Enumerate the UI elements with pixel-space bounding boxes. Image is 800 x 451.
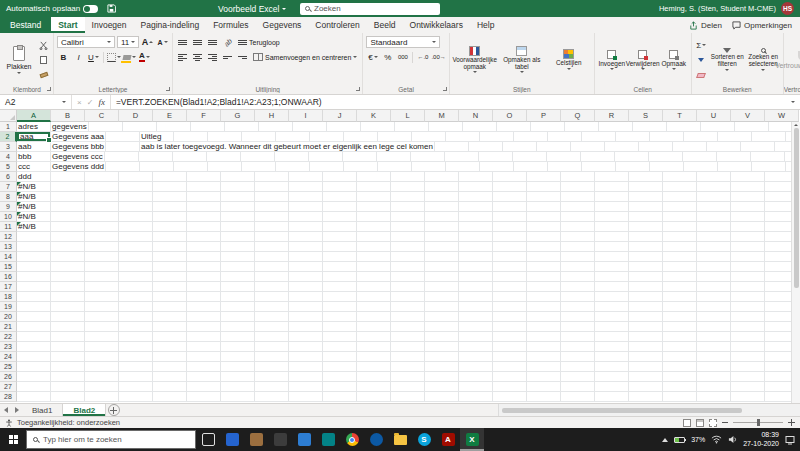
cell-m4[interactable]	[445, 152, 479, 162]
cell-l12[interactable]	[391, 232, 425, 242]
cell-i8[interactable]	[289, 192, 323, 202]
row-header-26[interactable]: 26	[0, 372, 17, 382]
cell-a19[interactable]	[17, 302, 51, 312]
cell-l1[interactable]	[395, 122, 429, 132]
cancel-button[interactable]: ×	[77, 98, 82, 107]
cell-h26[interactable]	[255, 372, 289, 382]
cell-t21[interactable]	[663, 322, 697, 332]
cell-a27[interactable]	[17, 382, 51, 392]
cell-i9[interactable]	[289, 202, 323, 212]
cell-b17[interactable]	[51, 282, 85, 292]
cell-b22[interactable]	[51, 332, 85, 342]
cell-b26[interactable]	[51, 372, 85, 382]
cell-l6[interactable]	[391, 172, 425, 182]
cell-k14[interactable]	[357, 252, 391, 262]
tab-bestand[interactable]: Bestand	[0, 17, 51, 33]
cell-r7[interactable]	[595, 182, 629, 192]
cell-f26[interactable]	[187, 372, 221, 382]
column-header-h[interactable]: H	[255, 110, 289, 122]
cell-u27[interactable]	[697, 382, 731, 392]
row-header-25[interactable]: 25	[0, 362, 17, 372]
horizontal-scrollbar-thumb[interactable]	[502, 408, 742, 413]
cell-m9[interactable]	[425, 202, 459, 212]
row-header-9[interactable]: 9	[0, 202, 17, 212]
cell-m10[interactable]	[425, 212, 459, 222]
cell-b8[interactable]	[51, 192, 85, 202]
cell-j19[interactable]	[323, 302, 357, 312]
cell-q18[interactable]	[561, 292, 595, 302]
cell-b6[interactable]	[51, 172, 85, 182]
cell-c7[interactable]	[85, 182, 119, 192]
zoom-out-button[interactable]	[722, 422, 728, 423]
cell-g2[interactable]	[242, 132, 276, 142]
cell-m19[interactable]	[425, 302, 459, 312]
cell-g20[interactable]	[221, 312, 255, 322]
cell-p11[interactable]	[527, 222, 561, 232]
cell-b2[interactable]: Gegevens aaa	[51, 132, 106, 142]
cell-e18[interactable]	[153, 292, 187, 302]
cell-r6[interactable]	[595, 172, 629, 182]
insert-function-button[interactable]: fx	[98, 97, 105, 107]
cell-i11[interactable]	[289, 222, 323, 232]
cell-t18[interactable]	[663, 292, 697, 302]
cut-button[interactable]	[37, 39, 50, 51]
cell-r26[interactable]	[595, 372, 629, 382]
cell-t7[interactable]	[663, 182, 697, 192]
cell-p16[interactable]	[527, 272, 561, 282]
klembord-dialog-launcher[interactable]	[47, 87, 51, 91]
cell-k19[interactable]	[357, 302, 391, 312]
cell-e24[interactable]	[153, 352, 187, 362]
row-header-7[interactable]: 7	[0, 182, 17, 192]
cell-t10[interactable]	[663, 212, 697, 222]
cell-s8[interactable]	[629, 192, 663, 202]
zoom-in-button[interactable]	[788, 419, 795, 426]
cell-k23[interactable]	[357, 342, 391, 352]
font-size-select[interactable]: 11	[117, 36, 139, 48]
cell-m3[interactable]	[707, 142, 741, 152]
tab-beeld[interactable]: Beeld	[367, 17, 403, 33]
cell-s11[interactable]	[629, 222, 663, 232]
cell-b18[interactable]	[51, 292, 85, 302]
find-select-button[interactable]: Zoeken en selecteren	[747, 36, 780, 83]
cell-a18[interactable]	[17, 292, 51, 302]
cell-p18[interactable]	[527, 292, 561, 302]
cell-m6[interactable]	[425, 172, 459, 182]
cell-styles-button[interactable]: Celstijlen	[547, 36, 591, 83]
cell-p22[interactable]	[527, 332, 561, 342]
column-header-c[interactable]: C	[85, 110, 119, 122]
cell-t6[interactable]	[663, 172, 697, 182]
cell-g14[interactable]	[221, 252, 255, 262]
column-header-e[interactable]: E	[153, 110, 187, 122]
start-button[interactable]	[0, 428, 26, 451]
cell-s21[interactable]	[629, 322, 663, 332]
cell-b3[interactable]: Gegevens bbb	[51, 142, 106, 152]
cell-r21[interactable]	[595, 322, 629, 332]
cell-b15[interactable]	[51, 262, 85, 272]
cell-h6[interactable]	[255, 172, 289, 182]
cell-u19[interactable]	[697, 302, 731, 312]
cell-h8[interactable]	[255, 192, 289, 202]
cell-c5[interactable]	[106, 162, 140, 172]
taskbar-app-acrobat[interactable]: A	[436, 428, 460, 451]
cell-r17[interactable]	[595, 282, 629, 292]
cell-g1[interactable]	[225, 122, 259, 132]
cell-q4[interactable]	[581, 152, 615, 162]
cell-u23[interactable]	[697, 342, 731, 352]
insert-cells-button[interactable]: Invoegen	[598, 36, 626, 83]
cell-p26[interactable]	[527, 372, 561, 382]
cell-u12[interactable]	[697, 232, 731, 242]
cell-k8[interactable]	[357, 192, 391, 202]
row-header-28[interactable]: 28	[0, 392, 17, 402]
cell-u6[interactable]	[697, 172, 731, 182]
cell-q16[interactable]	[561, 272, 595, 282]
cell-q11[interactable]	[561, 222, 595, 232]
cell-f20[interactable]	[187, 312, 221, 322]
cell-l20[interactable]	[391, 312, 425, 322]
cell-f23[interactable]	[187, 342, 221, 352]
cell-r13[interactable]	[595, 242, 629, 252]
cell-n19[interactable]	[459, 302, 493, 312]
cell-b28[interactable]	[51, 392, 85, 402]
cell-q9[interactable]	[561, 202, 595, 212]
enter-button[interactable]: ✓	[87, 98, 94, 107]
cell-v16[interactable]	[731, 272, 765, 282]
